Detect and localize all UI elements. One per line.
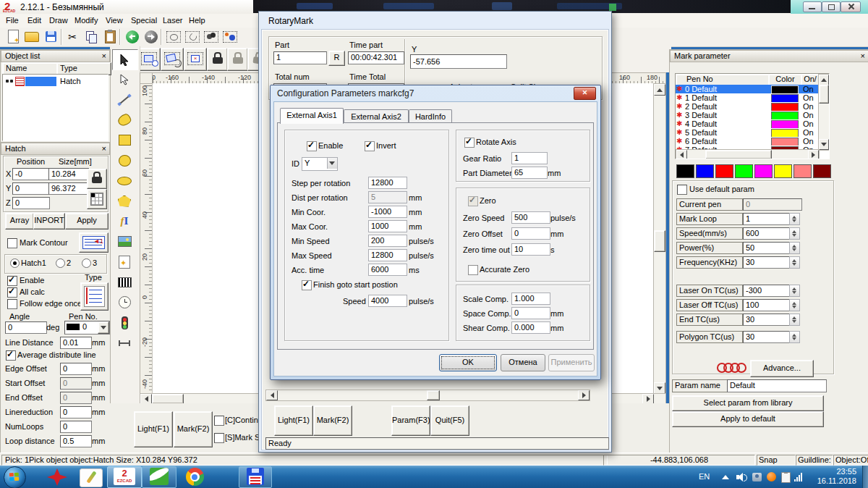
cut-button[interactable]: ✂ — [64, 28, 81, 45]
transform-rotate-button[interactable] — [161, 48, 184, 71]
r-button[interactable]: R — [328, 51, 345, 66]
tray-language[interactable]: EN — [699, 472, 710, 481]
pen-table-vscrollbar[interactable] — [818, 74, 830, 151]
cfg-enable-checkbox[interactable] — [307, 141, 317, 151]
palette-swatch[interactable] — [735, 164, 753, 178]
zero-offset-field[interactable]: 0 — [511, 227, 550, 240]
ok-button[interactable]: OK — [439, 354, 497, 371]
scale-comp-field[interactable]: 1.000 — [511, 293, 550, 305]
power-spinner[interactable] — [789, 242, 800, 254]
mark-parameter-close-icon[interactable]: × — [861, 51, 865, 61]
polygon-tc-field[interactable]: 30 — [743, 331, 793, 343]
curve-tool[interactable] — [112, 110, 137, 130]
position-grid-button[interactable] — [87, 189, 107, 209]
node-edit-tool[interactable] — [112, 70, 137, 89]
pen-scroll-down[interactable] — [819, 139, 829, 150]
pen-scroll-right[interactable] — [808, 150, 819, 159]
pen-no-dropdown-button[interactable] — [98, 321, 109, 334]
polygon-tc-spinner[interactable] — [789, 331, 800, 343]
polygon-tool[interactable] — [112, 191, 137, 211]
laser-off-tc-field[interactable]: 100 — [743, 299, 793, 311]
scroll-up-button[interactable] — [654, 84, 665, 96]
menu-file[interactable]: File — [6, 14, 19, 27]
apply-button[interactable]: Apply — [65, 213, 109, 230]
tab-external-axis2[interactable]: External Axis2 — [344, 109, 409, 124]
power-field[interactable]: 50 — [743, 242, 793, 254]
io-control-tool[interactable] — [112, 313, 137, 332]
min-speed-field[interactable]: 200 — [368, 235, 407, 247]
inport-button[interactable]: INPORT — [33, 213, 65, 230]
text-tool[interactable]: fI fI — [112, 211, 137, 231]
edge-offset-field[interactable]: 0 — [60, 363, 92, 375]
node-rotate-tool-button[interactable] — [184, 28, 201, 45]
aspect-lock-button[interactable] — [87, 169, 107, 189]
delay-tool[interactable] — [112, 293, 137, 312]
hatch-header[interactable]: Hatch × — [1, 143, 110, 155]
palette-swatch[interactable] — [696, 164, 714, 178]
line-distance-field[interactable]: 0.01 — [60, 337, 92, 349]
hatch-type-button[interactable] — [80, 282, 109, 311]
loop-distance-field[interactable]: 0.5 — [60, 435, 92, 447]
pen-hscroll-thumb[interactable] — [705, 150, 772, 159]
accurate-zero-checkbox[interactable] — [468, 265, 478, 275]
undo-button[interactable] — [124, 28, 141, 45]
goto-speed-field[interactable]: 4000 — [368, 295, 407, 307]
minimize-button[interactable] — [803, 1, 822, 12]
object-list-header[interactable]: Object list × — [1, 50, 110, 62]
menu-edit[interactable]: Edit — [27, 14, 41, 27]
status-guideline-cell[interactable]: Guildline:( — [796, 455, 833, 466]
rotary-mark-button[interactable]: Mark(F2) — [313, 405, 352, 436]
rotary-light-button[interactable]: Light(F1) — [274, 405, 313, 436]
circle-tool[interactable] — [112, 151, 137, 170]
rotary-scroll-right[interactable] — [578, 390, 590, 400]
mark-selected-checkbox[interactable] — [214, 433, 224, 443]
menu-laser[interactable]: Laser — [163, 14, 183, 27]
tray-remote-icon[interactable] — [752, 473, 762, 481]
y-size-field[interactable]: 96.372 — [48, 182, 89, 195]
pen-row[interactable]: ✱ 6 Default On — [676, 137, 818, 146]
shear-comp-field[interactable]: 0.000 — [511, 321, 550, 334]
z-position-field[interactable]: 0 — [12, 197, 50, 209]
use-default-param-checkbox[interactable] — [677, 185, 687, 195]
follow-edge-checkbox[interactable] — [7, 299, 17, 309]
apply-default-button[interactable]: Apply to default — [672, 411, 824, 427]
save-button[interactable] — [42, 28, 59, 45]
angle-field[interactable]: 0 — [5, 321, 47, 334]
linereduction-field[interactable]: 0 — [60, 406, 92, 418]
hatch3-radio[interactable] — [82, 258, 91, 268]
end-tc-field[interactable]: 30 — [743, 314, 793, 326]
main-mark-button[interactable]: Mark(F2) — [174, 411, 213, 447]
tray-network-icon[interactable] — [794, 473, 805, 481]
menu-draw[interactable]: Draw — [49, 14, 68, 27]
lock-button[interactable] — [207, 48, 228, 71]
pen-row[interactable]: ✱ 4 Default On — [676, 119, 818, 128]
advance-button[interactable]: Advance... — [750, 360, 814, 377]
vscroll-thumb[interactable] — [654, 230, 665, 252]
palette-swatch[interactable] — [813, 164, 831, 178]
pen-row[interactable]: ✱ 5 Default On — [676, 128, 818, 137]
pen-row[interactable]: ✱ 3 Default On — [676, 111, 818, 119]
menu-view[interactable]: View — [106, 14, 123, 27]
vector-file-tool[interactable]: ✦ — [112, 252, 137, 272]
x-size-field[interactable]: 10.284 — [48, 168, 89, 180]
speed-spinner[interactable] — [789, 227, 800, 240]
laser-off-tc-spinner[interactable] — [789, 299, 800, 311]
tab-external-axis1[interactable]: External Axis1 — [280, 108, 344, 124]
close-button[interactable] — [841, 1, 861, 12]
rotary-scroll-left[interactable] — [266, 390, 278, 400]
open-file-button[interactable] — [23, 28, 41, 45]
barcode-tool[interactable] — [112, 272, 137, 292]
hscroll-thumb[interactable] — [152, 394, 184, 404]
copy-button[interactable] — [82, 28, 100, 45]
cfg-invert-checkbox[interactable] — [365, 141, 375, 151]
object-name-cell[interactable] — [25, 77, 56, 86]
node-edit-tool-button[interactable] — [165, 28, 182, 45]
end-tc-spinner[interactable] — [789, 314, 800, 326]
frequency-field[interactable]: 30 — [743, 256, 793, 269]
step-per-rotation-field[interactable]: 12800 — [368, 177, 407, 189]
continuous-checkbox[interactable] — [214, 416, 224, 426]
speaker-icon[interactable] — [736, 473, 746, 481]
palette-swatch[interactable] — [715, 164, 733, 178]
zero-timeout-field[interactable]: 10 — [511, 243, 550, 256]
max-speed-field[interactable]: 12800 — [368, 249, 407, 261]
